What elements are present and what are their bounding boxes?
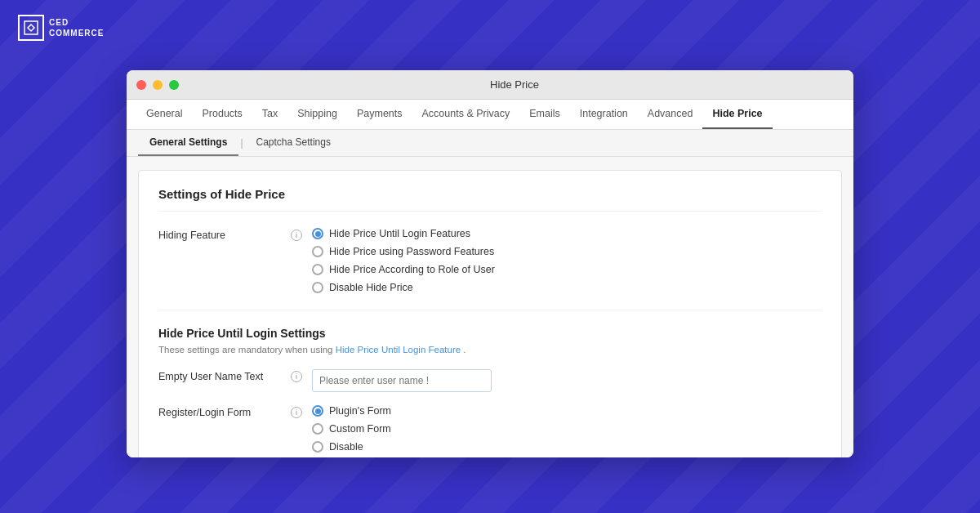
login-settings-desc: These settings are mandatory when using … [158, 345, 822, 355]
section-divider [158, 310, 822, 310]
empty-username-row: Empty User Name Text i [158, 369, 822, 392]
window-title: Hide Price [185, 78, 844, 91]
tab-hide-price[interactable]: Hide Price [702, 100, 772, 129]
hiding-feature-row: Hiding Feature i Hide Price Until Login … [158, 228, 822, 293]
title-bar: Hide Price [127, 70, 853, 100]
tab-general[interactable]: General [136, 100, 192, 129]
tab-shipping[interactable]: Shipping [287, 100, 347, 129]
empty-username-content [312, 369, 822, 392]
radio-hide-password[interactable]: Hide Price using Password Features [312, 246, 822, 257]
radio-form-disable[interactable]: Disable [312, 441, 822, 453]
empty-username-input[interactable] [312, 369, 492, 392]
minimize-button[interactable] [153, 80, 163, 90]
sub-tab-general-settings[interactable]: General Settings [138, 130, 238, 156]
tab-products[interactable]: Products [192, 100, 252, 129]
radio-circle-disable [312, 282, 323, 293]
logo: CED COMMERCE [18, 15, 104, 41]
hiding-feature-info-icon[interactable]: i [291, 230, 302, 241]
register-login-info-icon[interactable]: i [291, 407, 302, 418]
sub-tab-captcha-settings[interactable]: Captcha Settings [245, 130, 342, 156]
section-title: Settings of Hide Price [158, 187, 822, 212]
radio-circle-plugins-form [312, 405, 323, 417]
tab-integration[interactable]: Integration [570, 100, 638, 129]
tab-bar: General Products Tax Shipping Payments A… [127, 100, 853, 130]
radio-circle-hide-login [312, 228, 323, 239]
hiding-feature-options: Hide Price Until Login Features Hide Pri… [312, 228, 822, 293]
tab-payments[interactable]: Payments [347, 100, 412, 129]
browser-window: Hide Price General Products Tax Shipping… [127, 70, 853, 457]
register-login-label: Register/Login Form [158, 405, 281, 418]
sub-tab-separator: | [238, 130, 244, 156]
radio-custom-form[interactable]: Custom Form [312, 423, 822, 435]
login-settings-title: Hide Price Until Login Settings [158, 327, 822, 340]
radio-circle-hide-role [312, 264, 323, 275]
radio-hide-login[interactable]: Hide Price Until Login Features [312, 228, 822, 239]
logo-text: CED COMMERCE [49, 17, 104, 38]
tab-emails[interactable]: Emails [519, 100, 570, 129]
hiding-feature-label: Hiding Feature [158, 228, 281, 241]
radio-plugins-form[interactable]: Plugin's Form [312, 405, 822, 417]
logo-icon [18, 15, 44, 41]
svg-rect-0 [24, 21, 38, 34]
register-login-row: Register/Login Form i Plugin's Form Cust… [158, 405, 822, 453]
register-login-content: Plugin's Form Custom Form Disable [312, 405, 822, 453]
main-panel: Settings of Hide Price Hiding Feature i … [138, 170, 842, 457]
close-button[interactable] [136, 80, 146, 90]
tab-advanced[interactable]: Advanced [638, 100, 703, 129]
hiding-feature-radio-group: Hide Price Until Login Features Hide Pri… [312, 228, 822, 293]
content-area: General Products Tax Shipping Payments A… [127, 100, 853, 457]
empty-username-info-icon[interactable]: i [291, 371, 302, 382]
radio-disable-hide-price[interactable]: Disable Hide Price [312, 282, 822, 293]
radio-circle-form-disable [312, 441, 323, 453]
register-login-radio-group: Plugin's Form Custom Form Disable [312, 405, 822, 453]
maximize-button[interactable] [169, 80, 179, 90]
login-feature-link[interactable]: Hide Price Until Login Feature [336, 345, 461, 355]
tab-tax[interactable]: Tax [252, 100, 287, 129]
radio-hide-role[interactable]: Hide Price According to Role of User [312, 264, 822, 275]
radio-circle-hide-password [312, 246, 323, 257]
radio-circle-custom-form [312, 423, 323, 435]
empty-username-label: Empty User Name Text [158, 369, 281, 382]
logo-svg [23, 20, 39, 36]
sub-tab-bar: General Settings | Captcha Settings [127, 130, 853, 157]
tab-accounts-privacy[interactable]: Accounts & Privacy [412, 100, 520, 129]
